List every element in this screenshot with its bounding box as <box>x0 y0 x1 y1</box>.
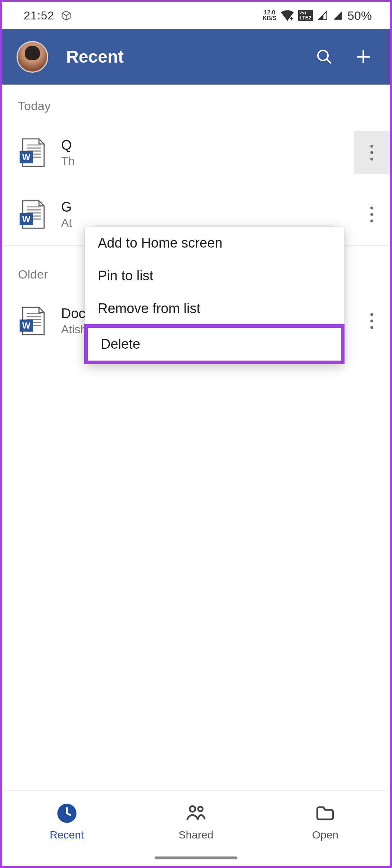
svg-point-30 <box>198 806 203 811</box>
nav-label: Open <box>312 829 338 841</box>
page-title: Recent <box>66 47 316 67</box>
net-speed-indicator: 12.0 KB/S <box>263 10 277 21</box>
svg-line-4 <box>327 59 331 63</box>
file-list: Today W Q Th <box>2 85 390 352</box>
recent-icon <box>56 803 77 824</box>
battery-percent: 50% <box>347 9 372 23</box>
file-name: G <box>61 199 354 215</box>
word-doc-icon: W <box>19 306 45 336</box>
more-icon <box>370 207 373 222</box>
file-name: Q <box>61 137 354 153</box>
home-indicator[interactable] <box>155 856 237 859</box>
svg-text:W: W <box>22 152 31 162</box>
nav-shared[interactable]: Shared <box>131 791 260 866</box>
more-icon <box>370 313 373 329</box>
hex-app-icon <box>61 10 72 21</box>
status-bar: 21:52 12.0 KB/S Vo⤒ LTE2 50% <box>2 2 390 29</box>
more-options-button[interactable] <box>354 193 390 236</box>
app-header: Recent <box>2 29 390 85</box>
word-doc-icon: W <box>19 200 45 229</box>
menu-delete[interactable]: Delete <box>84 324 345 364</box>
signal-icon-2 <box>332 10 343 21</box>
word-doc-icon: W <box>19 138 45 167</box>
menu-add-home[interactable]: Add to Home screen <box>85 227 344 259</box>
signal-icon-1 <box>317 10 328 21</box>
svg-point-29 <box>190 806 195 812</box>
user-avatar[interactable] <box>17 41 48 73</box>
svg-point-3 <box>318 50 328 60</box>
nav-open[interactable]: Open <box>261 791 390 866</box>
status-clock: 21:52 <box>24 9 54 22</box>
svg-text:W: W <box>22 214 31 224</box>
nav-label: Shared <box>179 829 214 841</box>
file-row[interactable]: W Q Th <box>2 122 390 184</box>
search-icon[interactable] <box>316 48 333 65</box>
menu-remove[interactable]: Remove from list <box>85 292 344 325</box>
menu-pin[interactable]: Pin to list <box>85 259 344 292</box>
more-options-button[interactable] <box>354 299 390 343</box>
volte-icon: Vo⤒ LTE2 <box>298 10 313 21</box>
folder-icon <box>315 803 336 824</box>
add-icon[interactable] <box>355 48 372 65</box>
shared-icon <box>186 803 206 824</box>
svg-text:W: W <box>22 321 31 330</box>
bottom-nav: Recent Shared Open <box>2 790 390 866</box>
section-today: Today <box>2 85 390 122</box>
nav-recent[interactable]: Recent <box>2 791 131 866</box>
more-options-button[interactable] <box>354 131 390 174</box>
file-path: Th <box>61 154 354 168</box>
nav-label: Recent <box>50 829 84 841</box>
wifi-icon <box>281 10 294 21</box>
more-icon <box>370 145 373 161</box>
context-menu: Add to Home screen Pin to list Remove fr… <box>85 227 344 363</box>
